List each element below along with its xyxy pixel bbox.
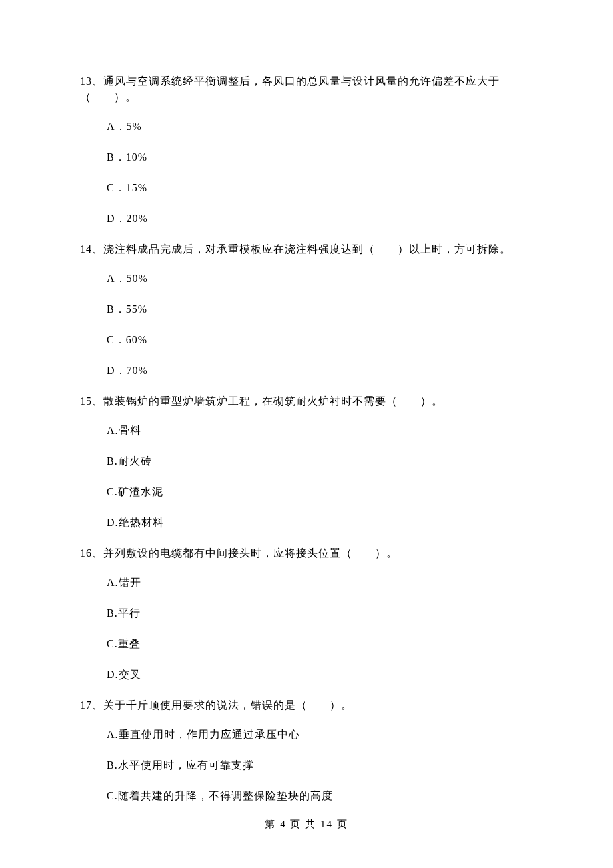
options-list: A.错开 B.平行 C.重叠 D.交叉 bbox=[80, 575, 533, 683]
question-number: 17、 bbox=[80, 699, 103, 711]
option-c: C.重叠 bbox=[107, 636, 533, 652]
page-content: 13、通风与空调系统经平衡调整后，各风口的总风量与设计风量的允许偏差不应大于（ … bbox=[0, 0, 613, 804]
question-number: 14、 bbox=[80, 243, 103, 255]
question-body: 通风与空调系统经平衡调整后，各风口的总风量与设计风量的允许偏差不应大于（ ）。 bbox=[80, 75, 500, 103]
question-text: 16、并列敷设的电缆都有中间接头时，应将接头位置（ ）。 bbox=[80, 545, 533, 561]
question-text: 17、关于千斤顶使用要求的说法，错误的是（ ）。 bbox=[80, 697, 533, 713]
options-list: A．50% B．55% C．60% D．70% bbox=[80, 271, 533, 379]
question-text: 15、散装锅炉的重型炉墙筑炉工程，在砌筑耐火炉衬时不需要（ ）。 bbox=[80, 393, 533, 409]
question-number: 15、 bbox=[80, 395, 103, 407]
options-list: A.垂直使用时，作用力应通过承压中心 B.水平使用时，应有可靠支撑 C.随着共建… bbox=[80, 727, 533, 804]
question-17: 17、关于千斤顶使用要求的说法，错误的是（ ）。 A.垂直使用时，作用力应通过承… bbox=[80, 697, 533, 804]
option-c: C．60% bbox=[107, 332, 533, 348]
options-list: A．5% B．10% C．15% D．20% bbox=[80, 119, 533, 227]
option-c: C.随着共建的升降，不得调整保险垫块的高度 bbox=[107, 788, 533, 804]
option-b: B.平行 bbox=[107, 605, 533, 621]
question-body: 关于千斤顶使用要求的说法，错误的是（ ）。 bbox=[103, 699, 352, 711]
question-16: 16、并列敷设的电缆都有中间接头时，应将接头位置（ ）。 A.错开 B.平行 C… bbox=[80, 545, 533, 683]
option-a: A．50% bbox=[107, 271, 533, 287]
option-d: D．20% bbox=[107, 211, 533, 227]
question-text: 13、通风与空调系统经平衡调整后，各风口的总风量与设计风量的允许偏差不应大于（ … bbox=[80, 73, 533, 105]
question-number: 16、 bbox=[80, 547, 103, 559]
option-c: C.矿渣水泥 bbox=[107, 484, 533, 500]
option-b: B.水平使用时，应有可靠支撑 bbox=[107, 757, 533, 773]
question-15: 15、散装锅炉的重型炉墙筑炉工程，在砌筑耐火炉衬时不需要（ ）。 A.骨料 B.… bbox=[80, 393, 533, 531]
option-a: A.错开 bbox=[107, 575, 533, 591]
question-number: 13、 bbox=[80, 75, 103, 87]
option-c: C．15% bbox=[107, 180, 533, 196]
question-13: 13、通风与空调系统经平衡调整后，各风口的总风量与设计风量的允许偏差不应大于（ … bbox=[80, 73, 533, 227]
option-d: D．70% bbox=[107, 363, 533, 379]
option-a: A．5% bbox=[107, 119, 533, 135]
option-d: D.绝热材料 bbox=[107, 515, 533, 531]
option-d: D.交叉 bbox=[107, 667, 533, 683]
question-body: 散装锅炉的重型炉墙筑炉工程，在砌筑耐火炉衬时不需要（ ）。 bbox=[103, 395, 443, 407]
option-a: A.骨料 bbox=[107, 423, 533, 439]
question-text: 14、浇注料成品完成后，对承重模板应在浇注料强度达到（ ）以上时，方可拆除。 bbox=[80, 241, 533, 257]
option-b: B．10% bbox=[107, 149, 533, 165]
option-b: B.耐火砖 bbox=[107, 453, 533, 469]
options-list: A.骨料 B.耐火砖 C.矿渣水泥 D.绝热材料 bbox=[80, 423, 533, 531]
question-14: 14、浇注料成品完成后，对承重模板应在浇注料强度达到（ ）以上时，方可拆除。 A… bbox=[80, 241, 533, 379]
question-body: 并列敷设的电缆都有中间接头时，应将接头位置（ ）。 bbox=[103, 547, 398, 559]
question-body: 浇注料成品完成后，对承重模板应在浇注料强度达到（ ）以上时，方可拆除。 bbox=[103, 243, 511, 255]
page-footer: 第 4 页 共 14 页 bbox=[0, 817, 613, 832]
option-a: A.垂直使用时，作用力应通过承压中心 bbox=[107, 727, 533, 743]
option-b: B．55% bbox=[107, 301, 533, 317]
